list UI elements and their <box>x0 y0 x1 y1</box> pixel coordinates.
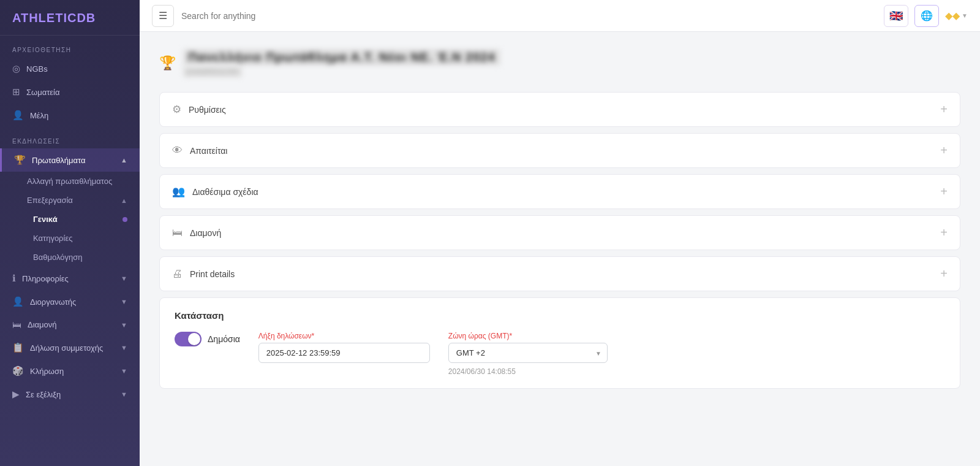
sidebar-item-label: Πληροφορίες <box>22 274 69 283</box>
sidebar-item-label: Κλήρωση <box>30 367 64 376</box>
accordion-label: Ρυθμίσεις <box>189 105 226 115</box>
field-lixi-label: Λήξη δηλώσεων* <box>258 332 430 340</box>
accordion-plus-icon[interactable]: + <box>940 226 948 240</box>
lixi-input[interactable] <box>258 343 430 363</box>
toggle-label: Δημόσια <box>208 334 240 344</box>
accordion-header-diathesima[interactable]: 👥 Διαθέσιμα σχέδια + <box>160 175 960 208</box>
accordion-header-left: 🖨 Print details <box>172 268 235 280</box>
sidebar-sub-genika[interactable]: Γενικά <box>0 210 140 229</box>
epexergasia-label: Επεξεργασία <box>27 196 73 205</box>
logo-suffix: DB <box>77 11 96 25</box>
globe-button[interactable]: 🌐 <box>914 5 939 27</box>
language-flag-button[interactable]: 🇬🇧 <box>884 5 908 27</box>
hamburger-icon: ☰ <box>159 10 167 21</box>
arrow-down-icon: ▼ <box>121 275 127 282</box>
globe-icon: 🌐 <box>921 10 933 21</box>
meli-icon: 👤 <box>12 110 24 121</box>
sidebar-item-klirosi[interactable]: 🎲 Κλήρωση ▼ <box>0 359 140 383</box>
arrow-down-icon4: ▼ <box>121 344 127 351</box>
accordion-header-left: 🛏 Διαμονή <box>172 227 221 239</box>
accordion-header-print[interactable]: 🖨 Print details + <box>160 257 960 291</box>
accordion-label: Διαμονή <box>190 228 221 238</box>
katastasi-title: Κατάσταση <box>175 310 945 321</box>
accordion-header-diamoni[interactable]: 🛏 Διαμονή + <box>160 216 960 250</box>
arrow-down-icon5: ▼ <box>121 367 127 375</box>
sidebar-item-plirofories[interactable]: ℹ Πληροφορίες ▼ <box>0 267 140 290</box>
sidebar-item-label: Διαμονή <box>28 320 57 329</box>
public-toggle[interactable] <box>175 332 202 346</box>
required-star: * <box>312 332 315 340</box>
sidebar-item-label: NGBs <box>26 64 48 74</box>
sidebar-item-swmateia[interactable]: ⊞ Σωματεία <box>0 80 140 104</box>
arrow-down-icon2: ▼ <box>121 298 127 305</box>
sidebar-item-ngbs[interactable]: ◎ NGBs <box>0 57 140 80</box>
accordion-header-apaiteitai[interactable]: 👁 Απαιτείται + <box>160 134 960 167</box>
sidebar-item-label: Διοργανωτής <box>30 297 76 307</box>
accordion-diathesima: 👥 Διαθέσιμα σχέδια + <box>159 174 960 209</box>
accordion-rythmiseis: ⚙ Ρυθμίσεις + <box>159 92 960 127</box>
toggle-row: Δημόσια <box>175 332 240 346</box>
klirosi-icon: 🎲 <box>12 365 24 376</box>
accordion-plus-icon[interactable]: + <box>940 143 948 158</box>
bed-icon: 🛏 <box>172 227 183 239</box>
print-icon: 🖨 <box>172 268 183 280</box>
accordion-label: Print details <box>190 269 235 279</box>
field-lixi: Λήξη δηλώσεων* <box>258 332 430 363</box>
accordion-label: Απαιτείται <box>190 146 227 156</box>
arrow-up-icon2: ▲ <box>121 197 127 204</box>
arrow-down-icon6: ▼ <box>121 391 127 398</box>
accordion-plus-icon[interactable]: + <box>940 102 948 116</box>
accordion-plus-icon[interactable]: + <box>940 185 948 199</box>
topbar-right: 🇬🇧 🌐 ◆◆ ▼ <box>884 5 968 27</box>
accordion-diamoni: 🛏 Διαμονή + <box>159 215 960 250</box>
logo-text: ATHLETIC <box>12 11 77 25</box>
sidebar-sub-allagi[interactable]: Αλλαγή πρωταθλήματος <box>0 172 140 191</box>
timestamp-hint: 2024/06/30 14:08:55 <box>448 367 608 376</box>
search-input[interactable] <box>181 11 876 21</box>
sidebar-item-label: Σωματεία <box>26 88 60 97</box>
sidebar-item-label: Μέλη <box>30 111 48 120</box>
diamond-button[interactable]: ◆◆ ▼ <box>945 10 968 21</box>
dropdown-arrow-icon: ▼ <box>962 12 968 19</box>
sidebar-item-meli[interactable]: 👤 Μέλη <box>0 104 140 127</box>
topbar: ☰ 🇬🇧 🌐 ◆◆ ▼ <box>140 0 980 32</box>
eye-icon: 👁 <box>172 145 183 157</box>
page-trophy-icon: 🏆 <box>159 55 176 71</box>
section-label-ekdilwseis: ΕΚΔΗΛΩΣΕΙΣ <box>0 127 140 148</box>
sidebar-item-diorganotis[interactable]: 👤 Διοργανωτής ▼ <box>0 290 140 313</box>
swmateia-icon: ⊞ <box>12 86 20 97</box>
flag-icon: 🇬🇧 <box>889 9 903 23</box>
sidebar-item-prwtathlimat[interactable]: 🏆 Πρωταθλήματα ▲ <box>0 148 140 172</box>
content-area: 🏆 Πανελλήνιο Πρωτάθλημα Α.Τ. Νέοι ΝΕ. Έ.… <box>140 32 980 466</box>
sidebar-sub-katigories[interactable]: Κατηγορίες <box>0 229 140 248</box>
required-star2: * <box>509 332 512 340</box>
dilosi-icon: 📋 <box>12 342 24 353</box>
se-exelixh-icon: ▶ <box>12 389 20 400</box>
zoni-select[interactable]: GMT -12 GMT -11 GMT -10 GMT -5 GMT 0 GMT… <box>448 343 608 363</box>
sidebar-item-label: Δήλωση συμμετοχής <box>30 343 103 353</box>
page-title: Πανελλήνιο Πρωτάθλημα Α.Τ. Νέοι ΝΕ. Έ.Ν … <box>183 49 500 66</box>
menu-button[interactable]: ☰ <box>152 5 174 27</box>
sidebar-item-label: Πρωταθλήματα <box>32 156 85 165</box>
katastasi-row: Δημόσια Λήξη δηλώσεων* Ζώνη ώρας (GMT)* <box>175 332 945 376</box>
accordion-plus-icon[interactable]: + <box>940 267 948 281</box>
gear-icon: ⚙ <box>172 103 181 116</box>
main-area: ☰ 🇬🇧 🌐 ◆◆ ▼ 🏆 Πανελλήνιο Πρωτάθλημα Α.Τ.… <box>140 0 980 466</box>
arrow-up-icon: ▲ <box>121 156 127 164</box>
sidebar-sub-vathmologia[interactable]: Βαθμολόγηση <box>0 248 140 267</box>
accordion-label: Διαθέσιμα σχέδια <box>192 187 258 197</box>
accordion-header-rythmiseis[interactable]: ⚙ Ρυθμίσεις + <box>160 93 960 126</box>
sidebar-sub-epexergasia[interactable]: Επεξεργασία ▲ <box>0 191 140 210</box>
accordion-header-left: ⚙ Ρυθμίσεις <box>172 103 226 116</box>
sidebar-item-se-exelixh[interactable]: ▶ Σε εξέλιξη ▼ <box>0 383 140 406</box>
diamoni-icon: 🛏 <box>12 319 21 330</box>
arrow-down-icon3: ▼ <box>121 321 127 329</box>
sidebar-item-label: Σε εξέλιξη <box>26 390 61 399</box>
sidebar-logo: ATHLETICDB <box>0 0 140 36</box>
genika-label: Γενικά <box>33 215 58 224</box>
sidebar-item-diamoni[interactable]: 🛏 Διαμονή ▼ <box>0 313 140 336</box>
page-title-area: 🏆 Πανελλήνιο Πρωτάθλημα Α.Τ. Νέοι ΝΕ. Έ.… <box>159 49 960 77</box>
diamond-icon: ◆◆ <box>945 10 960 21</box>
sidebar-item-dilosi[interactable]: 📋 Δήλωση συμμετοχής ▼ <box>0 336 140 359</box>
accordion-apaiteitai: 👁 Απαιτείται + <box>159 133 960 168</box>
